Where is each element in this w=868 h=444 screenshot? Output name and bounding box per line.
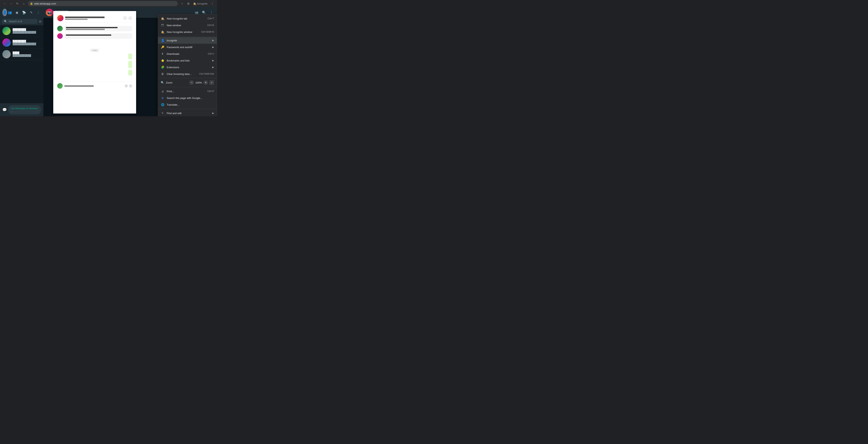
print-chat-row-1 [57,26,132,31]
print-icons-row [123,16,132,20]
avatar [2,27,11,35]
menu-label-clear-browsing: Clear browsing data... [167,72,197,75]
print-avatar-ig [57,15,64,21]
divider-3 [158,87,217,87]
chat-info: ████ ███████████ [12,52,41,57]
menu-item-bookmarks[interactable]: ⭐ Bookmarks and lists ▶ [158,57,217,64]
wa-header-icons: 👥 ◉ 📡 ✎ ⋮ [7,10,41,15]
wa-search-placeholder: Search or $ [9,20,22,23]
bookmarks-icon: ⭐ [161,59,164,62]
print-date-badge: Today [90,49,99,52]
home-button[interactable]: ⌂ [21,1,26,6]
wa-get-app[interactable]: Get WhatsApp for Windows → [8,105,41,114]
print-bottom-row [57,81,132,89]
wa-status-icon[interactable]: ◉ [14,10,20,15]
back-button[interactable]: ← [2,1,7,6]
print-bottom-icon-1 [125,84,128,88]
context-menu: 🕵 New Incognito tab Ctrl+T 🗔 New window … [158,14,217,116]
print-preview-content: Today [57,15,132,89]
chat-preview: ██████████████ [12,31,41,34]
print-header-info [65,16,122,20]
new-incognito-tab-icon: 🕵 [161,17,164,20]
menu-shortcut-new-incognito-tab: Ctrl+T [208,17,214,20]
wa-new-chat-icon[interactable]: ✎ [28,10,34,15]
new-window-icon: 🗔 [161,24,164,27]
menu-item-extensions[interactable]: 🧩 Extensions ▶ [158,64,217,71]
wa-filter-icon[interactable]: ⊟ [39,20,41,23]
fullscreen-button[interactable]: ⤢ [209,80,214,85]
clear-browsing-icon: 🗑 [161,72,164,76]
wa-search-icon: 🔍 [4,20,7,23]
zoom-value: 100% [195,81,202,84]
print-header-row [57,15,132,23]
menu-item-print[interactable]: 🖨 Print... Ctrl+P [158,88,217,95]
print-messages-area: Today [57,49,132,75]
menu-item-find-edit[interactable]: ✎ Find and edit ▶ [158,110,217,116]
browser-actions: ☆ ⊞ 🕵 Incognito ⋮ [179,1,215,6]
print-bottom-bar-1 [64,86,94,87]
print-chat-row-2 [57,33,132,39]
print-msg-out-1 [128,54,132,59]
wa-channels-icon[interactable]: 📡 [21,10,27,15]
print-b2-l1 [66,34,111,36]
list-item[interactable]: ████ ███████████ [0,48,43,60]
zoom-out-button[interactable]: − [189,80,194,85]
passwords-arrow: ▶ [212,46,214,48]
bookmark-button[interactable]: ☆ [179,1,185,6]
extensions-arrow: ▶ [212,66,214,69]
menu-label-print: Print... [167,90,205,93]
extensions-icon: 🧩 [161,65,164,69]
menu-item-clear-browsing[interactable]: 🗑 Clear browsing data... Ctrl+Shift+Del [158,71,217,77]
menu-item-incognito[interactable]: 👤 Incognito ▶ [158,37,217,44]
incognito-label: Incognito [197,2,208,5]
menu-item-translate[interactable]: 🌐 Translate... [158,101,217,108]
wa-menu-icon[interactable]: ⋮ [35,10,41,15]
menu-shortcut-new-window: Ctrl+N [207,24,214,27]
menu-item-new-window[interactable]: 🗔 New window Ctrl+N [158,22,217,29]
wa-header: 👤 👥 ◉ 📡 ✎ ⋮ [0,7,43,18]
profile-button[interactable]: ⊞ [186,1,191,6]
chat-name: ████ [12,52,41,54]
find-edit-icon: ✎ [161,111,164,115]
incognito-arrow: ▶ [212,39,214,42]
menu-label-incognito: Incognito [167,39,210,42]
wa-user-avatar[interactable]: 👤 [2,9,7,16]
zoom-in-button[interactable]: + [204,80,208,85]
menu-item-new-incognito-window[interactable]: 🕵 New Incognito window Ctrl+Shift+N [158,29,217,35]
print-bottom-icons [125,84,132,88]
forward-button[interactable]: → [8,1,14,6]
menu-button[interactable]: ⋮ [210,1,215,6]
chat-info: ████████ ██████████████ [12,40,41,45]
address-bar[interactable]: 🔒 web.whatsapp.com [28,1,178,6]
translate-icon: 🌐 [161,103,164,106]
print-b1-l1 [66,27,118,28]
wa-search-inner[interactable]: 🔍 Search or $ [2,19,37,24]
list-item[interactable]: ████████ ██████████████ [0,25,43,37]
reload-button[interactable]: ↻ [14,1,20,6]
menu-item-passwords[interactable]: 🔑 Passwords and autofill ▶ [158,44,217,50]
downloads-icon: ⬇ [161,52,164,56]
wa-communities-icon[interactable]: 👥 [7,10,12,15]
menu-label-downloads: Downloads [167,53,205,56]
print-chat-bubble-2 [64,33,132,39]
menu-shortcut-print: Ctrl+P [207,90,214,93]
menu-shortcut-clear-browsing: Ctrl+Shift+Del [199,72,214,75]
incognito-menu-icon: 👤 [161,39,164,42]
chat-avatar: 📷 [46,9,53,16]
nav-buttons: ← → ↻ ⌂ [2,1,26,6]
divider-4 [158,109,217,109]
print-icon: 🖨 [161,90,164,93]
list-item[interactable]: ████████ ██████████████ [0,37,43,48]
whatsapp-icon: 💬 [2,108,7,112]
menu-label-new-window: New window [167,24,205,27]
incognito-button[interactable]: 🕵 Incognito [192,2,209,5]
chat-info: ████████ ██████████████ [12,28,41,34]
menu-item-downloads[interactable]: ⬇ Downloads Ctrl+J [158,50,217,57]
print-bottom-avatar [57,83,63,89]
chat-name: ████████ [12,40,41,42]
menu-item-search-google[interactable]: G Search this page with Google... [158,95,217,101]
menu-shortcut-new-incognito-window: Ctrl+Shift+N [201,31,214,33]
menu-item-new-incognito-tab[interactable]: 🕵 New Incognito tab Ctrl+T [158,15,217,22]
print-chat-body: Today [57,24,132,89]
new-incognito-window-icon: 🕵 [161,30,164,34]
